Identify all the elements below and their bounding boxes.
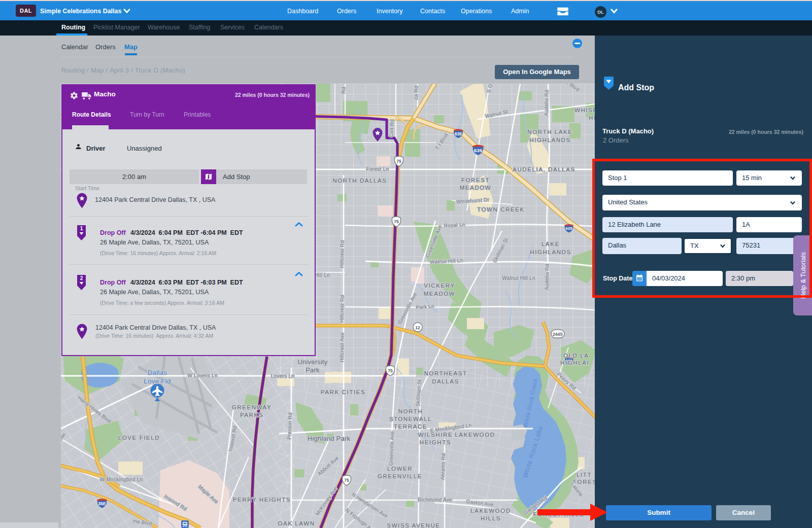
- svg-text:GREENVILLE: GREENVILLE: [378, 473, 422, 479]
- svg-text:Love Fld: Love Fld: [144, 377, 171, 385]
- svg-text:MEADOW: MEADOW: [460, 185, 492, 191]
- svg-text:Abrams Rd: Abrams Rd: [439, 453, 446, 480]
- svg-text:HILL: HILL: [589, 115, 595, 121]
- svg-text:DALLAS: DALLAS: [432, 378, 459, 384]
- svg-text:AUDELIA, DALLAS: AUDELIA, DALLAS: [513, 166, 576, 172]
- svg-text:NORTHEAST: NORTHEAST: [424, 370, 467, 376]
- svg-text:Park: Park: [306, 366, 320, 374]
- svg-text:OAK LAWN: OAK LAWN: [278, 520, 315, 526]
- svg-text:Audelia Rd: Audelia Rd: [544, 90, 550, 116]
- svg-text:W Lovers Ln: W Lovers Ln: [187, 373, 217, 378]
- svg-text:W Mockingbird Ln: W Mockingbird Ln: [100, 477, 143, 482]
- svg-text:FOREST: FOREST: [461, 177, 490, 183]
- svg-text:Preston Rd: Preston Rd: [286, 412, 293, 439]
- svg-text:Richmond Ave: Richmond Ave: [418, 497, 452, 503]
- svg-text:LOWER: LOWER: [387, 466, 413, 472]
- svg-text:Coit Rd: Coit Rd: [388, 119, 395, 137]
- svg-text:Walnut Hill Ln: Walnut Hill Ln: [502, 275, 535, 281]
- svg-text:HILLS: HILLS: [481, 515, 501, 521]
- svg-text:Audelia Rd: Audelia Rd: [544, 264, 550, 290]
- svg-text:MEADOW: MEADOW: [424, 291, 456, 297]
- svg-text:STONEWALL: STONEWALL: [389, 416, 432, 422]
- svg-text:NORTH: NORTH: [398, 408, 423, 414]
- svg-text:HIGHLAI: HIGHLAI: [560, 360, 589, 366]
- svg-text:75: 75: [344, 478, 349, 483]
- svg-text:Hil/ Ln: Hil/ Ln: [315, 272, 330, 278]
- svg-text:za Rd: za Rd: [413, 86, 419, 100]
- svg-text:Hillcrest Rd: Hillcrest Rd: [339, 295, 345, 323]
- svg-text:PERRY HEIGHTS: PERRY HEIGHTS: [233, 497, 291, 503]
- svg-text:Dallas: Dallas: [148, 369, 167, 376]
- svg-text:244S: 244S: [553, 332, 563, 337]
- svg-text:635: 635: [565, 226, 572, 231]
- svg-text:GREENWAY: GREENWAY: [232, 404, 272, 410]
- svg-text:LAKEWOOD: LAKEWOOD: [455, 432, 495, 438]
- svg-text:NORTH LAKE: NORTH LAKE: [527, 129, 572, 135]
- svg-text:635: 635: [455, 131, 462, 136]
- svg-text:Forest Ln: Forest Ln: [366, 166, 389, 172]
- svg-text:VICKERY: VICKERY: [424, 283, 455, 289]
- svg-text:WHISPE: WHISPE: [574, 107, 595, 113]
- svg-text:Highland Park: Highland Park: [308, 435, 351, 442]
- svg-text:University: University: [297, 358, 327, 366]
- svg-text:SWISS AVENUE: SWISS AVENUE: [387, 522, 440, 528]
- svg-text:Rd: Rd: [341, 87, 346, 94]
- svg-text:PARK CITIES: PARK CITIES: [321, 389, 365, 395]
- svg-text:12: 12: [415, 325, 420, 330]
- svg-text:PARKS: PARKS: [240, 412, 263, 418]
- svg-text:TERRACE: TERRACE: [394, 424, 427, 430]
- svg-text:HIGHLANDS: HIGHLANDS: [529, 137, 571, 143]
- svg-text:1: 1: [80, 226, 83, 231]
- svg-text:TOWN CREEK: TOWN CREEK: [477, 206, 525, 213]
- svg-text:HIGHLANDS: HIGHLANDS: [530, 249, 571, 255]
- svg-text:NORTH DALLAS: NORTH DALLAS: [332, 178, 387, 184]
- svg-text:HEIGHTS: HEIGHTS: [420, 439, 451, 445]
- svg-text:LAKE: LAKE: [542, 241, 560, 247]
- svg-text:LOVE FIELD: LOVE FIELD: [118, 435, 160, 441]
- svg-text:LAKEWOOD: LAKEWOOD: [470, 508, 511, 514]
- svg-text:75: 75: [394, 219, 399, 224]
- svg-text:75: 75: [396, 159, 401, 164]
- svg-text:75: 75: [388, 368, 393, 373]
- svg-text:Hillcrest Rd: Hillcrest Rd: [339, 240, 345, 268]
- svg-text:OLD LA: OLD LA: [563, 353, 589, 359]
- svg-text:35E: 35E: [98, 501, 106, 506]
- svg-text:635: 635: [474, 148, 483, 153]
- svg-text:Hillcrest Ave: Hillcrest Ave: [339, 332, 345, 362]
- svg-text:Lovers Ln: Lovers Ln: [271, 373, 295, 379]
- svg-text:LITT: LITT: [577, 472, 592, 478]
- svg-text:2: 2: [80, 275, 83, 281]
